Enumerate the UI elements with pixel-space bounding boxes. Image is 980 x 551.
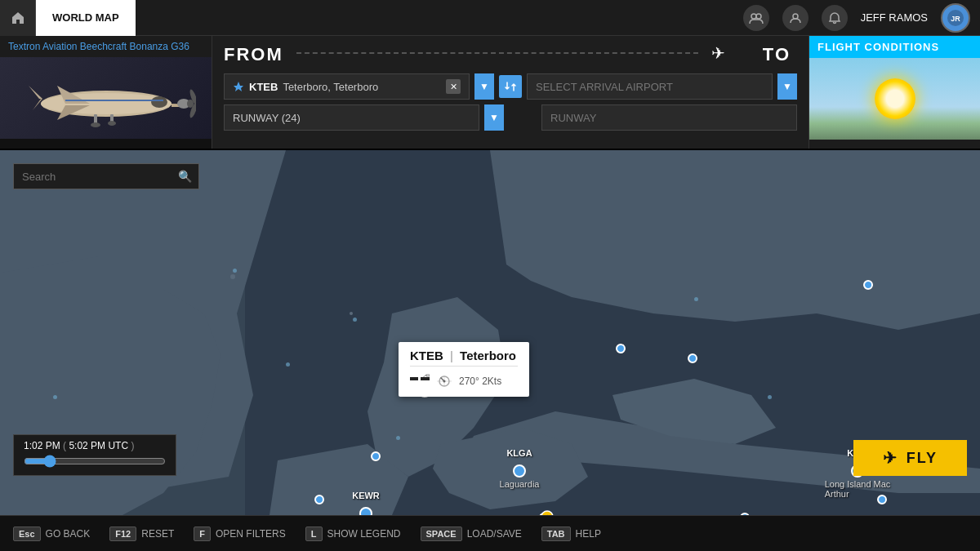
key-hint-goback: Esc GO BACK xyxy=(13,527,90,541)
search-input[interactable] xyxy=(14,171,172,183)
airport-pin-11[interactable] xyxy=(740,513,750,515)
pin-circle-klga xyxy=(513,464,526,478)
svg-point-1 xyxy=(756,14,761,19)
top-nav: WORLD MAP JEFF RAMOS JR xyxy=(0,0,980,36)
key-badge-l: L xyxy=(305,527,323,541)
map-dot xyxy=(233,269,237,273)
pin-circle-kewr xyxy=(359,507,372,515)
key-badge-space: SPACE xyxy=(421,527,462,541)
svg-point-15 xyxy=(108,121,116,126)
departure-runway-input[interactable]: RUNWAY (24) xyxy=(224,104,479,131)
pin-circle-small-11 xyxy=(740,513,750,515)
airport-name-klga: Laguardia xyxy=(500,479,540,489)
sun-icon xyxy=(875,78,915,119)
svg-text:JR: JR xyxy=(951,15,960,23)
airport-pin-16[interactable]: ★ xyxy=(541,510,554,515)
header-row: Textron Aviation Beechcraft Bonanza G36 xyxy=(0,36,980,150)
world-map-tab[interactable]: WORLD MAP xyxy=(36,0,136,36)
svg-point-25 xyxy=(443,380,446,382)
key-hint-legend: L SHOW LEGEND xyxy=(305,527,401,541)
key-badge-esc: Esc xyxy=(13,527,41,541)
time-display: 1:02 PM ( 5:02 PM UTC ) xyxy=(13,434,176,476)
home-button[interactable] xyxy=(0,0,36,36)
popup-title: KTEB | Teterboro xyxy=(410,349,518,367)
plane-icon: ✈ xyxy=(711,43,725,63)
svg-point-13 xyxy=(91,122,100,127)
map-container[interactable]: 🔍 KTEB | Teterboro 270° 2K xyxy=(0,150,980,515)
fly-plane-icon: ✈ xyxy=(883,448,898,468)
key-badge-f: F xyxy=(194,527,211,541)
airport-pin-3[interactable] xyxy=(616,344,626,353)
svg-point-2 xyxy=(793,14,798,19)
route-header: FROM ✈ TO xyxy=(224,44,797,65)
notification-button[interactable] xyxy=(822,5,848,31)
key-hint-filters: F OPEN FILTERS xyxy=(194,527,286,541)
airport-pin-1[interactable] xyxy=(863,280,873,290)
to-label: TO xyxy=(763,44,797,65)
clear-departure-button[interactable]: ✕ xyxy=(446,79,461,94)
map-dot xyxy=(768,395,772,399)
key-hint-reset: F12 RESET xyxy=(109,527,174,541)
key-badge-f12: F12 xyxy=(109,527,136,541)
pin-circle-small-4 xyxy=(688,353,697,363)
bottom-bar: Esc GO BACK F12 RESET F OPEN FILTERS L S… xyxy=(0,515,980,551)
pin-label-klga: KLGA xyxy=(506,448,532,458)
popup-runway-icon xyxy=(410,371,430,390)
time-slider[interactable] xyxy=(24,455,166,468)
dotted-line xyxy=(296,52,698,54)
search-bar: 🔍 xyxy=(13,163,199,189)
key-badge-tab: TAB xyxy=(541,527,571,541)
airport-pin-kewr[interactable]: KEWR Newark LibertyIntl xyxy=(359,507,372,515)
wind-icon xyxy=(436,375,452,387)
pin-label-kewr: KEWR xyxy=(352,491,380,500)
nav-right: JEFF RAMOS JR xyxy=(743,3,980,33)
airport-pin-4[interactable] xyxy=(688,353,697,363)
map-dot xyxy=(53,395,57,399)
runway-row: RUNWAY (24) ▼ RUNWAY xyxy=(224,104,797,131)
svg-point-11 xyxy=(187,100,194,108)
special-pin-icon: ★ xyxy=(541,510,554,515)
aircraft-panel: Textron Aviation Beechcraft Bonanza G36 xyxy=(0,36,212,149)
svg-rect-23 xyxy=(418,373,421,384)
airport-pin-2[interactable] xyxy=(877,495,887,504)
search-icon[interactable]: 🔍 xyxy=(172,170,198,183)
svg-marker-16 xyxy=(234,82,243,91)
svg-point-7 xyxy=(151,96,167,108)
departure-runway-dropdown[interactable]: ▼ xyxy=(484,104,504,131)
aircraft-title: Textron Aviation Beechcraft Bonanza G36 xyxy=(0,36,212,57)
conditions-header: FLIGHT CONDITIONS xyxy=(809,36,980,58)
pin-circle-small-2 xyxy=(877,495,887,504)
fly-button[interactable]: ✈ FLY xyxy=(853,440,967,476)
popup-info: 270° 2Kts xyxy=(410,371,518,390)
pin-circle-small-6 xyxy=(314,495,324,504)
map-dot xyxy=(286,362,290,367)
username-label: JEFF RAMOS xyxy=(861,11,928,24)
pin-circle-small-1 xyxy=(863,280,873,290)
pin-circle-small-3 xyxy=(616,344,626,353)
departure-airport-input[interactable]: KTEB Teterboro, Teterboro ✕ xyxy=(224,73,470,100)
key-hint-help: TAB HELP xyxy=(541,527,601,541)
key-hint-loadsave: SPACE LOAD/SAVE xyxy=(421,527,522,541)
svg-point-0 xyxy=(751,14,756,19)
arrival-dropdown-button[interactable]: ▼ xyxy=(777,73,797,100)
multiplayer-button[interactable] xyxy=(743,5,769,31)
user-avatar[interactable]: JR xyxy=(941,3,970,33)
airport-popup: KTEB | Teterboro 270° 2Kts xyxy=(399,342,529,397)
airport-pin-5[interactable] xyxy=(371,451,381,461)
svg-point-19 xyxy=(350,312,353,315)
map-dot xyxy=(694,297,698,301)
departure-dropdown-button[interactable]: ▼ xyxy=(474,73,494,100)
map-dot xyxy=(353,318,357,322)
profile-button[interactable] xyxy=(782,5,808,31)
airport-pin-6[interactable] xyxy=(314,495,324,504)
arrival-runway-input: RUNWAY xyxy=(541,104,797,131)
airport-pin-klga[interactable]: KLGA Laguardia xyxy=(513,464,526,478)
from-to-panel: FROM ✈ TO KTEB Teterboro, Teterboro ✕ ▼ xyxy=(212,36,808,149)
svg-point-18 xyxy=(230,274,235,279)
conditions-visual xyxy=(809,58,980,140)
swap-airports-button[interactable] xyxy=(499,75,522,98)
map-dot xyxy=(396,436,400,440)
from-label: FROM xyxy=(224,44,283,65)
arrival-airport-input[interactable]: SELECT ARRIVAL AIRPORT xyxy=(527,73,773,100)
pin-circle-small-5 xyxy=(371,451,381,461)
